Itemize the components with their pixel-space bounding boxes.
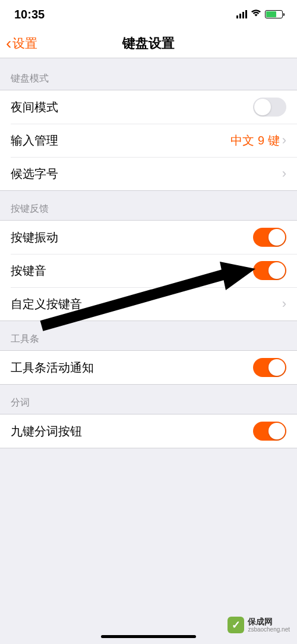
row-key-sound[interactable]: 按键音 — [0, 254, 297, 287]
chevron-right-icon: › — [282, 133, 286, 148]
nav-bar: ‹ 设置 键盘设置 — [0, 29, 297, 58]
status-icons — [236, 9, 283, 20]
watermark-url: zsbaocheng.net — [248, 626, 290, 633]
row-label: 工具条活动通知 — [11, 360, 253, 376]
row-label: 九键分词按钮 — [11, 423, 253, 439]
section-header-mode: 键盘模式 — [0, 58, 297, 90]
key-vibrate-toggle[interactable] — [253, 228, 286, 247]
section-header-toolbar: 工具条 — [0, 321, 297, 350]
row-label: 按键振动 — [11, 230, 253, 246]
row-key-vibrate[interactable]: 按键振动 — [0, 221, 297, 254]
status-time: 10:35 — [14, 8, 45, 21]
chevron-right-icon: › — [282, 166, 286, 181]
wifi-icon — [251, 9, 261, 20]
group-feedback: 按键振动 按键音 自定义按键音 › — [0, 220, 297, 321]
status-bar: 10:35 — [0, 0, 297, 29]
watermark-title: 保成网 — [248, 617, 290, 626]
row-nine-key-segment[interactable]: 九键分词按钮 — [0, 414, 297, 448]
battery-icon — [265, 10, 283, 18]
row-label: 按键音 — [11, 263, 253, 279]
row-candidate-size[interactable]: 候选字号 › — [0, 157, 297, 190]
section-header-segment: 分词 — [0, 385, 297, 414]
section-header-feedback: 按键反馈 — [0, 191, 297, 220]
toolbar-notify-toggle[interactable] — [253, 358, 286, 377]
group-toolbar: 工具条活动通知 — [0, 350, 297, 385]
row-toolbar-notify[interactable]: 工具条活动通知 — [0, 351, 297, 384]
signal-icon — [236, 10, 247, 18]
night-mode-toggle[interactable] — [253, 98, 286, 117]
watermark-logo-icon: ✓ — [228, 617, 244, 633]
row-input-mgmt[interactable]: 输入管理 中文 9 键 › — [0, 124, 297, 157]
watermark: ✓ 保成网 zsbaocheng.net — [228, 617, 290, 633]
row-label: 候选字号 — [11, 166, 282, 182]
home-indicator — [101, 635, 196, 638]
key-sound-toggle[interactable] — [253, 261, 286, 280]
chevron-left-icon: ‹ — [6, 35, 11, 52]
page-title: 键盘设置 — [0, 34, 297, 52]
chevron-right-icon: › — [282, 296, 286, 312]
row-night-mode[interactable]: 夜间模式 — [0, 90, 297, 124]
back-button[interactable]: ‹ 设置 — [0, 35, 37, 52]
row-custom-sound[interactable]: 自定义按键音 › — [0, 287, 297, 321]
group-segment: 九键分词按钮 — [0, 414, 297, 448]
row-label: 自定义按键音 — [11, 296, 282, 312]
back-label: 设置 — [12, 35, 37, 52]
group-mode: 夜间模式 输入管理 中文 9 键 › 候选字号 › — [0, 90, 297, 191]
row-label: 输入管理 — [11, 133, 230, 149]
row-value: 中文 9 键 — [230, 133, 279, 149]
nine-key-segment-toggle[interactable] — [253, 422, 286, 441]
row-label: 夜间模式 — [11, 99, 253, 115]
